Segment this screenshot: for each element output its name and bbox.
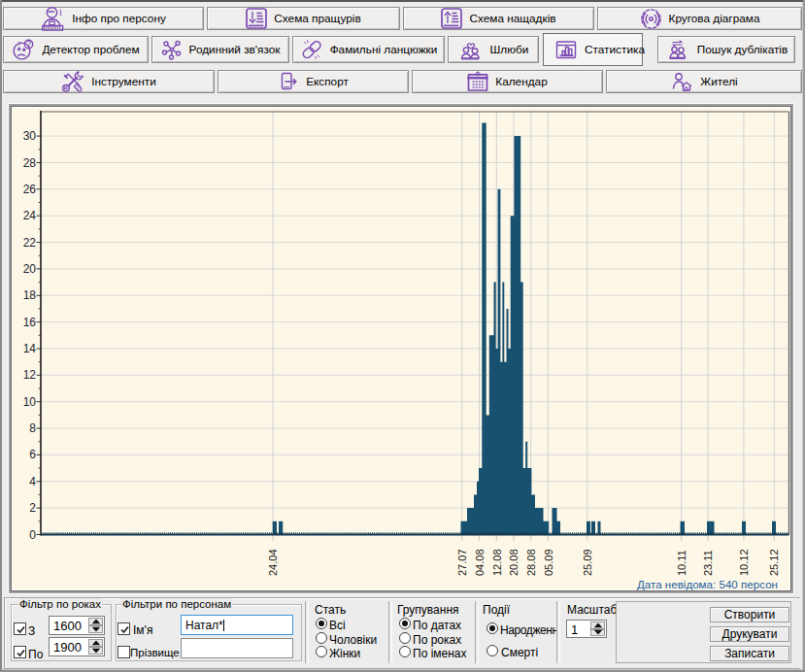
svg-text:10.11: 10.11 xyxy=(676,550,688,576)
svg-text:20.08: 20.08 xyxy=(508,549,520,576)
svg-text:05.09: 05.09 xyxy=(543,549,554,576)
svg-text:28.08: 28.08 xyxy=(525,549,537,576)
svg-text:18: 18 xyxy=(23,288,37,302)
svg-text:23.11: 23.11 xyxy=(702,550,714,576)
svg-text:22: 22 xyxy=(23,236,37,250)
svg-text:20: 20 xyxy=(23,262,37,276)
svg-text:27.07: 27.07 xyxy=(456,549,468,576)
svg-text:14: 14 xyxy=(23,342,37,355)
svg-text:12.08: 12.08 xyxy=(491,549,503,576)
svg-text:6: 6 xyxy=(29,448,36,461)
svg-text:24: 24 xyxy=(23,209,37,222)
svg-text:Дата невідома: 540 персон: Дата невідома: 540 персон xyxy=(637,578,778,590)
svg-text:25.12: 25.12 xyxy=(768,549,780,576)
svg-text:28: 28 xyxy=(23,156,37,170)
svg-text:10: 10 xyxy=(23,395,37,409)
svg-text:12: 12 xyxy=(23,368,37,382)
svg-text:24.04: 24.04 xyxy=(267,549,279,576)
svg-text:4: 4 xyxy=(29,475,36,488)
svg-text:8: 8 xyxy=(29,421,36,435)
svg-text:2: 2 xyxy=(29,501,36,515)
svg-text:30: 30 xyxy=(23,129,37,143)
svg-text:04.08: 04.08 xyxy=(474,549,486,576)
svg-text:25.09: 25.09 xyxy=(582,549,593,576)
svg-text:16: 16 xyxy=(23,316,37,329)
svg-text:10.12: 10.12 xyxy=(738,549,750,576)
svg-text:0: 0 xyxy=(29,528,36,542)
svg-text:26: 26 xyxy=(23,183,37,196)
